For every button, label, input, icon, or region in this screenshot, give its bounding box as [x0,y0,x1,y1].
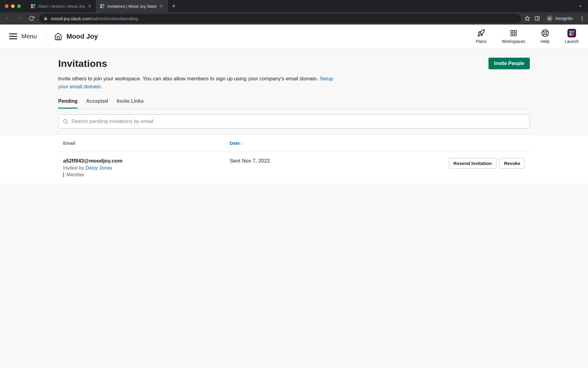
url-text: mood-joy.slack.com/admin/invites#pending [51,16,138,21]
role-bar-icon [63,172,64,177]
bookmark-icon[interactable] [525,16,530,21]
nav-workspaces[interactable]: Workspaces [502,29,525,44]
browser-tab-active[interactable]: Invitations | Mood Joy Slack ✕ [96,0,168,12]
svg-point-4 [550,18,551,19]
header-nav: Plans Workspaces Help Launch [476,29,579,44]
incognito-badge[interactable]: Incognito [544,14,575,23]
browser-tabs: Slack | random | Mood Joy ✕ Invitations … [27,0,575,12]
search-input[interactable] [71,118,525,125]
page-container: Invitations Invite People Invite others … [0,48,588,368]
nav-help[interactable]: Help [541,29,549,44]
back-button[interactable] [3,14,12,23]
divider [46,31,46,42]
svg-rect-10 [514,34,516,36]
maximize-window-button[interactable] [17,4,21,8]
nav-plans[interactable]: Plans [476,29,486,44]
role-indicator: Member [63,172,230,178]
svg-marker-0 [525,16,530,21]
search-icon [63,119,68,124]
page-header: Invitations Invite People [58,58,530,69]
incognito-icon [547,15,553,21]
nav-label: Workspaces [502,39,525,44]
tab-invite-links[interactable]: Invite Links [117,98,144,109]
page-title: Invitations [58,58,107,69]
forward-button[interactable] [15,14,24,23]
svg-point-6 [582,18,583,19]
svg-line-14 [543,31,544,32]
table-header: Email Date↓ [58,135,530,152]
browser-menu-icon[interactable] [579,16,585,21]
page-description: Invite others to join your workspace. Yo… [58,75,334,90]
svg-line-17 [543,34,544,36]
new-tab-button[interactable]: + [168,0,180,12]
svg-line-19 [66,122,67,123]
browser-tab-title: Slack | random | Mood Joy [38,4,85,9]
svg-line-15 [546,34,548,36]
role-label: Member [66,172,85,178]
hamburger-icon [9,33,17,39]
invitations-table: Email Date↓ a52ff843@moodjoy.com Invited… [0,135,588,184]
svg-point-18 [63,119,67,123]
slack-favicon-icon [100,4,105,9]
workspace-name: Mood Joy [66,33,98,40]
close-tab-icon[interactable]: ✕ [159,4,164,9]
nav-label: Plans [476,39,486,44]
invite-email: a52ff843@moodjoy.com [63,158,230,164]
close-window-button[interactable] [5,4,9,8]
svg-line-16 [546,31,548,32]
lock-icon [43,16,48,21]
svg-rect-11 [511,34,513,36]
tab-accepted[interactable]: Accepted [86,98,108,109]
workspace-brand[interactable]: Mood Joy [54,33,98,40]
svg-rect-9 [514,30,516,33]
invitation-tabs: Pending Accepted Invite Links [58,98,530,109]
browser-tab-inactive[interactable]: Slack | random | Mood Joy ✕ [27,0,96,12]
invite-people-button[interactable]: Invite People [488,58,530,69]
nav-label: Help [541,39,549,44]
sent-date: Sent Nov 7, 2022 [230,158,352,164]
toolbar-right: Incognito [525,14,585,23]
invited-by: Invited by Daisy Jonas [63,165,230,171]
svg-rect-1 [535,17,539,20]
revoke-button[interactable]: Revoke [499,158,525,169]
svg-point-7 [582,20,583,21]
minimize-window-button[interactable] [11,4,15,8]
tab-list-dropdown-icon[interactable] [575,4,586,8]
sort-down-icon: ↓ [241,141,243,146]
svg-rect-8 [511,30,513,33]
home-icon [54,33,62,40]
rocket-icon [477,29,485,37]
address-bar[interactable]: mood-joy.slack.com/admin/invites#pending [39,14,521,23]
browser-toolbar: mood-joy.slack.com/admin/invites#pending… [0,12,588,25]
svg-point-13 [544,32,546,34]
window-controls [5,4,21,8]
resend-invitation-button[interactable]: Resend Invitation [449,158,496,169]
browser-tab-strip: Slack | random | Mood Joy ✕ Invitations … [0,0,588,12]
reload-button[interactable] [28,14,36,22]
search-container [58,114,530,128]
incognito-label: Incognito [555,16,573,21]
app-header: Menu Mood Joy Plans Workspaces Help [0,25,588,48]
panel-icon[interactable] [534,16,540,21]
menu-button[interactable]: Menu [9,33,46,40]
inviter-link[interactable]: Daisy Jonas [85,165,112,171]
browser-tab-title: Invitations | Mood Joy Slack [107,4,156,9]
column-date-sort[interactable]: Date↓ [230,140,243,146]
table-row: a52ff843@moodjoy.com Invited by Daisy Jo… [58,152,530,184]
tab-pending[interactable]: Pending [58,98,77,109]
svg-point-3 [548,18,550,19]
launch-icon [567,29,576,37]
help-icon [541,29,549,37]
close-tab-icon[interactable]: ✕ [87,4,92,9]
nav-label: Launch [565,39,579,44]
slack-favicon-icon [31,4,36,9]
menu-label: Menu [21,33,37,40]
svg-point-5 [582,16,583,17]
nav-launch[interactable]: Launch [565,29,579,44]
grid-icon [510,29,517,37]
column-email[interactable]: Email [63,140,75,146]
